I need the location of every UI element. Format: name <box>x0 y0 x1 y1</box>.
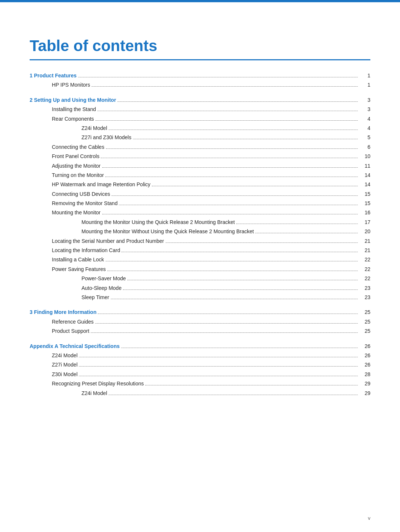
toc-page: 15 <box>359 190 370 198</box>
toc-container: 1 Product Features1HP IPS Monitors12 Set… <box>30 71 370 397</box>
toc-label: Auto-Sleep Mode <box>30 284 121 292</box>
page-title: Table of contents <box>30 37 370 60</box>
toc-group-group4: Appendix A Technical Specifications26Z24… <box>30 342 370 397</box>
page-footer: v <box>368 515 371 521</box>
toc-label: Mounting the Monitor Using the Quick Rel… <box>30 218 235 226</box>
toc-entry[interactable]: Recognizing Preset Display Resolutions29 <box>30 379 370 388</box>
toc-label: Product Support <box>30 327 89 335</box>
toc-dots <box>102 214 358 214</box>
toc-entry[interactable]: 2 Setting Up and Using the Monitor3 <box>30 96 370 104</box>
toc-label: Locating the Serial Number and Product N… <box>30 237 164 245</box>
toc-entry[interactable]: Z30i Model28 <box>30 370 370 378</box>
toc-entry[interactable]: Product Support25 <box>30 327 370 335</box>
toc-entry[interactable]: HP IPS Monitors1 <box>30 81 370 89</box>
toc-page: 1 <box>359 71 370 80</box>
toc-entry[interactable]: Adjusting the Monitor11 <box>30 162 370 170</box>
toc-label: Z27i Model <box>30 361 77 369</box>
toc-label: 2 Setting Up and Using the Monitor <box>30 96 116 104</box>
toc-page: 11 <box>359 162 370 170</box>
toc-page: 14 <box>359 171 370 179</box>
toc-page: 26 <box>359 342 370 350</box>
toc-label: Reference Guides <box>30 318 94 326</box>
toc-label: Z30i Model <box>30 370 77 378</box>
toc-entry[interactable]: 1 Product Features1 <box>30 71 370 80</box>
toc-entry[interactable]: Installing a Cable Lock22 <box>30 255 370 264</box>
toc-label: Front Panel Controls <box>30 152 99 160</box>
toc-label: Adjusting the Monitor <box>30 162 101 170</box>
toc-entry[interactable]: 3 Finding More Information25 <box>30 308 370 316</box>
toc-label: Connecting the Cables <box>30 143 104 151</box>
toc-dots <box>91 332 358 333</box>
toc-dots <box>166 242 358 243</box>
toc-page: 6 <box>359 143 370 151</box>
toc-label: Sleep Timer <box>30 293 109 301</box>
toc-entry[interactable]: Installing the Stand3 <box>30 105 370 113</box>
toc-group-group1: 1 Product Features1HP IPS Monitors1 <box>30 71 370 89</box>
toc-dots <box>236 224 358 224</box>
toc-entry[interactable]: Removing the Monitor Stand15 <box>30 199 370 207</box>
toc-dots <box>133 139 358 139</box>
toc-page: 22 <box>359 255 370 264</box>
toc-page: 3 <box>359 96 370 104</box>
toc-dots <box>106 148 358 149</box>
toc-page: 29 <box>359 379 370 388</box>
toc-page: 20 <box>359 227 370 235</box>
toc-entry[interactable]: Mounting the Monitor16 <box>30 208 370 217</box>
toc-entry[interactable]: HP Watermark and Image Retention Policy1… <box>30 180 370 188</box>
toc-page: 23 <box>359 293 370 301</box>
toc-label: HP IPS Monitors <box>30 81 90 89</box>
toc-entry[interactable]: Sleep Timer23 <box>30 293 370 301</box>
toc-page: 16 <box>359 208 370 217</box>
toc-entry[interactable]: Mounting the Monitor Without Using the Q… <box>30 227 370 235</box>
toc-entry[interactable]: Connecting USB Devices15 <box>30 190 370 198</box>
toc-label: Power Saving Features <box>30 265 106 273</box>
toc-entry[interactable]: Mounting the Monitor Using the Quick Rel… <box>30 218 370 226</box>
toc-page: 4 <box>359 115 370 123</box>
toc-dots <box>101 158 358 158</box>
toc-entry[interactable]: Locating the Serial Number and Product N… <box>30 237 370 245</box>
toc-label: Locating the Information Card <box>30 246 120 254</box>
toc-dots <box>107 271 358 271</box>
toc-entry[interactable]: Z24i Model29 <box>30 389 370 397</box>
toc-label: 3 Finding More Information <box>30 308 96 316</box>
toc-label: Rear Components <box>30 115 94 123</box>
toc-label: Recognizing Preset Display Resolutions <box>30 379 144 388</box>
toc-dots <box>79 357 358 357</box>
toc-entry[interactable]: Z27i and Z30i Models5 <box>30 133 370 141</box>
toc-group-group3: 3 Finding More Information25Reference Gu… <box>30 308 370 335</box>
toc-dots <box>123 290 358 290</box>
toc-entry[interactable]: Turning on the Monitor14 <box>30 171 370 179</box>
toc-entry[interactable]: Appendix A Technical Specifications26 <box>30 342 370 350</box>
toc-page: 28 <box>359 370 370 378</box>
toc-entry[interactable]: Connecting the Cables6 <box>30 143 370 151</box>
toc-page: 26 <box>359 361 370 369</box>
top-border <box>0 0 400 2</box>
toc-label: Z24i Model <box>30 351 77 359</box>
toc-dots <box>78 77 358 77</box>
toc-page: 10 <box>359 152 370 160</box>
toc-label: Mounting the Monitor Without Using the Q… <box>30 227 254 235</box>
toc-entry[interactable]: Power Saving Features22 <box>30 265 370 273</box>
toc-entry[interactable]: Rear Components4 <box>30 115 370 123</box>
toc-label: Appendix A Technical Specifications <box>30 342 120 350</box>
toc-entry[interactable]: Reference Guides25 <box>30 318 370 326</box>
toc-entry[interactable]: Z24i Model26 <box>30 351 370 359</box>
toc-dots <box>91 86 358 87</box>
toc-entry[interactable]: Power-Saver Mode22 <box>30 274 370 282</box>
toc-page: 26 <box>359 351 370 359</box>
toc-page: 21 <box>359 237 370 245</box>
toc-dots <box>119 205 358 205</box>
toc-label: Z24i Model <box>30 389 107 397</box>
toc-entry[interactable]: Auto-Sleep Mode23 <box>30 284 370 292</box>
toc-label: HP Watermark and Image Retention Policy <box>30 180 150 188</box>
toc-page: 21 <box>359 246 370 254</box>
toc-label: Mounting the Monitor <box>30 208 101 217</box>
toc-dots <box>102 167 358 168</box>
toc-group-group2: 2 Setting Up and Using the Monitor3Insta… <box>30 96 370 302</box>
toc-page: 23 <box>359 284 370 292</box>
toc-entry[interactable]: Z27i Model26 <box>30 361 370 369</box>
toc-entry[interactable]: Front Panel Controls10 <box>30 152 370 160</box>
toc-entry[interactable]: Z24i Model4 <box>30 124 370 132</box>
toc-entry[interactable]: Locating the Information Card21 <box>30 246 370 254</box>
toc-dots <box>145 385 358 385</box>
